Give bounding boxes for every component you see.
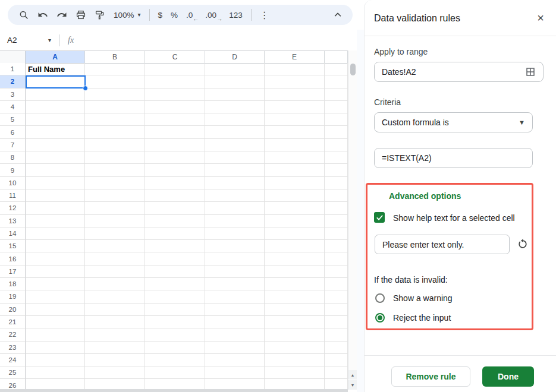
grid-cell-partial-7[interactable]	[325, 139, 348, 151]
row-header-16[interactable]: 16	[0, 252, 26, 265]
grid-cell-C20[interactable]	[145, 304, 205, 316]
more-options-icon[interactable]: ⋮	[260, 10, 269, 21]
row-header-20[interactable]: 20	[0, 304, 26, 316]
grid-cell-B15[interactable]	[85, 240, 145, 252]
grid-cell-D5[interactable]	[205, 113, 265, 126]
grid-cell-B2[interactable]	[85, 75, 145, 88]
undo-icon[interactable]	[37, 10, 48, 20]
redo-icon[interactable]	[56, 10, 67, 20]
grid-cell-C13[interactable]	[145, 215, 205, 227]
row-header-1[interactable]: 1	[0, 63, 26, 75]
row-header-23[interactable]: 23	[0, 342, 26, 354]
grid-cell-A15[interactable]	[26, 240, 85, 252]
grid-cell-E2[interactable]	[265, 75, 325, 88]
grid-cell-partial-3[interactable]	[325, 88, 348, 101]
grid-cell-A5[interactable]	[26, 113, 85, 126]
print-icon[interactable]	[76, 10, 86, 20]
grid-cell-E16[interactable]	[265, 252, 325, 265]
row-header-9[interactable]: 9	[0, 164, 26, 176]
grid-cell-E12[interactable]	[265, 202, 325, 214]
grid-cell-B10[interactable]	[85, 177, 145, 189]
grid-cell-B16[interactable]	[85, 252, 145, 265]
row-header-25[interactable]: 25	[0, 366, 26, 379]
grid-cell-E3[interactable]	[265, 88, 325, 101]
grid-cell-C10[interactable]	[145, 177, 205, 189]
grid-cell-E25[interactable]	[265, 366, 325, 379]
grid-cell-B12[interactable]	[85, 202, 145, 214]
grid-cell-E4[interactable]	[265, 101, 325, 113]
row-header-11[interactable]: 11	[0, 189, 26, 202]
grid-cell-partial-17[interactable]	[325, 265, 348, 278]
grid-cell-D8[interactable]	[205, 151, 265, 164]
grid-cell-B9[interactable]	[85, 164, 145, 176]
grid-cell-partial-18[interactable]	[325, 278, 348, 290]
grid-cell-partial-16[interactable]	[325, 252, 348, 265]
grid-cell-C2[interactable]	[145, 75, 205, 88]
grid-cell-E19[interactable]	[265, 290, 325, 303]
grid-cell-partial-11[interactable]	[325, 189, 348, 202]
fill-handle[interactable]	[83, 86, 88, 91]
grid-cell-C16[interactable]	[145, 252, 205, 265]
grid-cell-C17[interactable]	[145, 265, 205, 278]
name-box[interactable]: A2 ▾	[0, 36, 51, 45]
grid-cell-C19[interactable]	[145, 290, 205, 303]
show-help-text-checkbox[interactable]	[374, 212, 385, 223]
grid-cell-E7[interactable]	[265, 139, 325, 151]
grid-cell-C6[interactable]	[145, 126, 205, 138]
grid-cell-D22[interactable]	[205, 328, 265, 341]
grid-cell-D17[interactable]	[205, 265, 265, 278]
column-header-A[interactable]: A	[26, 51, 85, 64]
grid-cell-C14[interactable]	[145, 227, 205, 240]
row-header-5[interactable]: 5	[0, 113, 26, 126]
grid-cell-B25[interactable]	[85, 366, 145, 379]
row-header-14[interactable]: 14	[0, 227, 26, 240]
grid-cell-A17[interactable]	[26, 265, 85, 278]
row-header-2[interactable]: 2	[0, 75, 26, 88]
grid-cell-D4[interactable]	[205, 101, 265, 113]
row-header-17[interactable]: 17	[0, 265, 26, 278]
grid-cell-A12[interactable]	[26, 202, 85, 214]
row-header-7[interactable]: 7	[0, 139, 26, 151]
percent-format-button[interactable]: %	[171, 11, 178, 20]
grid-cell-C24[interactable]	[145, 354, 205, 366]
grid-cell-B4[interactable]	[85, 101, 145, 113]
grid-cell-partial-13[interactable]	[325, 215, 348, 227]
grid-cell-B5[interactable]	[85, 113, 145, 126]
grid-cell-partial-10[interactable]	[325, 177, 348, 189]
grid-cell-B1[interactable]	[85, 63, 145, 75]
grid-cell-A8[interactable]	[26, 151, 85, 164]
grid-cell-E17[interactable]	[265, 265, 325, 278]
invalid-option-1[interactable]: Show a warning	[374, 292, 541, 304]
range-input[interactable]: Dates!A2	[374, 62, 544, 82]
formula-input[interactable]: =ISTEXT(A2)	[374, 148, 533, 168]
grid-cell-partial-24[interactable]	[325, 354, 348, 366]
grid-cell-A13[interactable]	[26, 215, 85, 227]
grid-cell-A14[interactable]	[26, 227, 85, 240]
hide-menus-chevron-up-icon[interactable]	[332, 10, 343, 20]
grid-cell-C4[interactable]	[145, 101, 205, 113]
row-header-24[interactable]: 24	[0, 354, 26, 366]
scroll-down-button[interactable]: ▼	[348, 380, 357, 390]
grid-cell-A24[interactable]	[26, 354, 85, 366]
grid-cell-C23[interactable]	[145, 342, 205, 354]
grid-cell-C3[interactable]	[145, 88, 205, 101]
grid-cell-B23[interactable]	[85, 342, 145, 354]
grid-cell-partial-22[interactable]	[325, 328, 348, 341]
row-header-3[interactable]: 3	[0, 88, 26, 101]
grid-cell-A6[interactable]	[26, 126, 85, 138]
grid-cell-D15[interactable]	[205, 240, 265, 252]
grid-cell-B22[interactable]	[85, 328, 145, 341]
grid-cell-E13[interactable]	[265, 215, 325, 227]
column-header-E[interactable]: E	[265, 51, 325, 64]
grid-cell-E8[interactable]	[265, 151, 325, 164]
grid-cell-C12[interactable]	[145, 202, 205, 214]
grid-cell-D6[interactable]	[205, 126, 265, 138]
row-header-10[interactable]: 10	[0, 177, 26, 189]
grid-cell-A23[interactable]	[26, 342, 85, 354]
grid-cell-E14[interactable]	[265, 227, 325, 240]
grid-cell-C15[interactable]	[145, 240, 205, 252]
grid-cell-D24[interactable]	[205, 354, 265, 366]
grid-cell-E20[interactable]	[265, 304, 325, 316]
grid-cell-A18[interactable]	[26, 278, 85, 290]
grid-cell-partial-6[interactable]	[325, 126, 348, 138]
